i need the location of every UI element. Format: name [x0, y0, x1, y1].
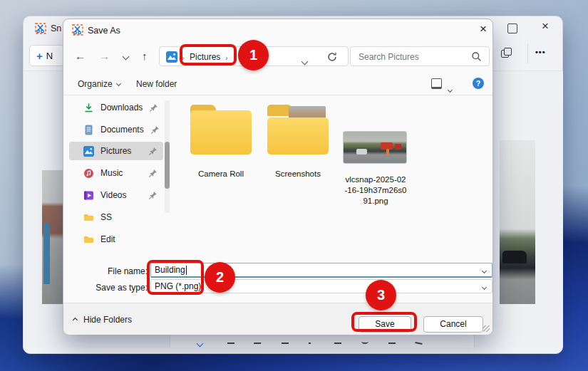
file-item-label[interactable]: Camera Roll [184, 169, 258, 178]
dialog-footer: Hide Folders Save Cancel [63, 303, 492, 335]
sidebar-item-ss[interactable]: SS [69, 208, 163, 226]
pin-icon [148, 169, 158, 178]
highlighter-icon[interactable] [254, 339, 262, 344]
forward-icon[interactable]: → [99, 50, 110, 62]
image-thumbnail-vlcsnap[interactable] [343, 131, 407, 164]
folder-icon [83, 234, 94, 245]
sidebar-item-videos[interactable]: Videos [69, 186, 163, 204]
sidebar-item-label: Documents [100, 125, 144, 135]
pin-icon [149, 103, 158, 113]
toolbar-divider [527, 43, 528, 63]
pin-icon [150, 125, 160, 135]
sidebar-item-pictures[interactable]: Pictures [69, 142, 163, 160]
new-folder-button[interactable]: New folder [136, 79, 177, 89]
organize-button[interactable]: Organize [78, 79, 120, 89]
folder-icon [83, 212, 94, 223]
file-item-label-line[interactable]: vlcsnap-2025-02 [339, 175, 413, 184]
downloads-icon [83, 103, 94, 113]
command-bar: Organize New folder ? [63, 76, 492, 95]
search-placeholder: Search Pictures [359, 52, 419, 62]
crop-icon[interactable] [388, 339, 396, 344]
save-as-type-label: Save as type: [85, 283, 148, 293]
sidebar-item-label: Downloads [100, 103, 143, 113]
file-item-label[interactable]: Screenshots [261, 169, 335, 178]
new-snip-button[interactable]: + N [29, 45, 65, 66]
videos-icon [83, 190, 94, 201]
hide-folders-button[interactable]: Hide Folders [73, 315, 132, 325]
sidebar-item-music[interactable]: Music [69, 164, 163, 182]
sidebar-item-label: SS [100, 212, 112, 222]
more-options-icon[interactable]: ••• [535, 48, 546, 56]
dialog-title: Save As [88, 26, 120, 36]
close-icon[interactable]: × [475, 22, 491, 36]
pin-icon [148, 147, 158, 156]
annotation-box-save [351, 312, 417, 332]
pen-icon[interactable] [227, 339, 234, 344]
documents-icon [83, 125, 94, 135]
snipping-tool-icon [35, 23, 46, 34]
captured-photo-right-sliver [500, 140, 535, 304]
desktop-wallpaper: Sn × + N ••• [0, 0, 588, 371]
sidebar-item-label: Videos [100, 190, 126, 200]
pictures-icon [83, 146, 94, 157]
save-as-dialog-icon [72, 24, 83, 36]
eraser-icon[interactable] [282, 339, 289, 344]
chevron-down-icon[interactable] [483, 265, 486, 275]
pin-icon [148, 191, 158, 200]
chevron-up-icon [73, 317, 78, 322]
sidebar-scrollbar-thumb[interactable] [165, 142, 170, 189]
pictures-icon [166, 51, 177, 63]
annotation-step-1: 1 [238, 40, 269, 70]
annotation-box-filename [147, 260, 204, 295]
file-name-label: File name: [85, 266, 148, 276]
sidebar-item-label: Edit [100, 234, 115, 244]
touch-writing-icon[interactable] [309, 339, 311, 344]
music-icon [83, 168, 94, 179]
folder-icon-screenshots[interactable] [267, 110, 329, 155]
recent-locations-chevron-icon[interactable] [123, 53, 130, 61]
help-icon[interactable]: ? [473, 78, 484, 89]
maximize-button[interactable] [507, 23, 517, 33]
chevron-down-icon [116, 81, 121, 86]
annotation-box-pictures [180, 44, 237, 66]
search-input[interactable]: Search Pictures [350, 46, 490, 66]
snipping-tool-title: Sn [51, 23, 61, 33]
refresh-icon[interactable] [326, 51, 338, 63]
shapes-icon[interactable] [361, 339, 368, 344]
new-snip-label: N [46, 51, 53, 61]
sidebar-item-label: Music [100, 168, 123, 178]
resize-grip[interactable] [483, 325, 490, 332]
close-icon[interactable]: × [538, 19, 552, 33]
pen-dropdown-chevron-icon[interactable] [197, 340, 204, 348]
search-icon [471, 51, 482, 62]
cancel-button[interactable]: Cancel [423, 316, 483, 333]
sidebar-item-downloads[interactable]: Downloads [69, 98, 163, 117]
file-item-label-line[interactable]: 91.png [339, 197, 413, 205]
command-bar-separator [63, 95, 492, 95]
save-as-dialog: Save As × ← → ↑ › Pictures › [63, 19, 493, 335]
annotation-step-3: 3 [366, 280, 396, 310]
chevron-down-icon[interactable] [483, 281, 486, 291]
copy-icon[interactable] [501, 48, 512, 59]
folder-icon-camera-roll[interactable] [190, 110, 252, 155]
view-mode-icon[interactable] [431, 78, 442, 89]
ruler-icon[interactable] [334, 339, 341, 344]
view-mode-chevron-icon[interactable] [448, 82, 452, 95]
annotation-toolbar[interactable] [170, 333, 475, 348]
up-icon[interactable]: ↑ [142, 50, 148, 62]
annotation-step-2: 2 [205, 262, 235, 293]
back-icon[interactable]: ← [75, 50, 86, 62]
sidebar-item-label: Pictures [100, 146, 131, 156]
plus-icon: + [36, 50, 43, 62]
undo-icon[interactable] [415, 338, 423, 345]
sidebar-item-edit[interactable]: Edit [69, 230, 163, 249]
sidebar-item-documents[interactable]: Documents [69, 120, 163, 139]
address-dropdown-chevron-icon[interactable] [302, 54, 307, 67]
file-item-label-line[interactable]: -16-19h37m26s0 [339, 186, 413, 194]
